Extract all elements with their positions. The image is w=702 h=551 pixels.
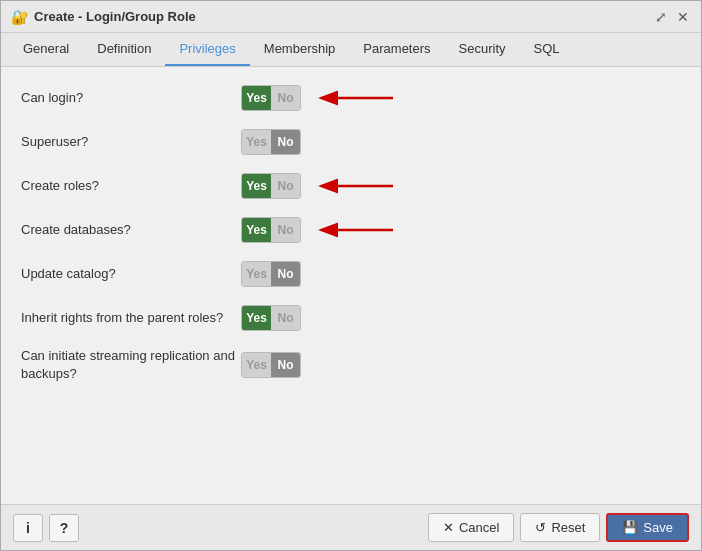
superuser-label: Superuser? (21, 133, 241, 151)
tab-definition[interactable]: Definition (83, 33, 165, 66)
streaming-replication-row: Can initiate streaming replication and b… (21, 347, 681, 383)
inherit-rights-row: Inherit rights from the parent roles? Ye… (21, 303, 681, 333)
superuser-toggle[interactable]: Yes No (241, 129, 301, 155)
cancel-button[interactable]: ✕ Cancel (428, 513, 514, 542)
superuser-yes[interactable]: Yes (242, 130, 271, 154)
can-login-toggle[interactable]: Yes No (241, 85, 301, 111)
reset-icon: ↺ (535, 520, 546, 535)
create-databases-control: Yes No (241, 217, 403, 243)
streaming-replication-toggle[interactable]: Yes No (241, 352, 301, 378)
update-catalog-control: Yes No (241, 261, 301, 287)
can-login-no[interactable]: No (271, 86, 300, 110)
cancel-label: Cancel (459, 520, 499, 535)
inherit-rights-toggle[interactable]: Yes No (241, 305, 301, 331)
reset-button[interactable]: ↺ Reset (520, 513, 600, 542)
tab-bar: General Definition Privileges Membership… (1, 33, 701, 67)
create-databases-yes[interactable]: Yes (242, 218, 271, 242)
tab-membership[interactable]: Membership (250, 33, 350, 66)
create-databases-label: Create databases? (21, 221, 241, 239)
inherit-rights-label: Inherit rights from the parent roles? (21, 309, 241, 327)
create-roles-no[interactable]: No (271, 174, 300, 198)
title-bar-controls: ⤢ ✕ (653, 9, 691, 25)
update-catalog-toggle[interactable]: Yes No (241, 261, 301, 287)
inherit-rights-control: Yes No (241, 305, 301, 331)
update-catalog-no[interactable]: No (271, 262, 300, 286)
streaming-replication-no[interactable]: No (271, 353, 300, 377)
inherit-rights-yes[interactable]: Yes (242, 306, 271, 330)
maximize-button[interactable]: ⤢ (653, 9, 669, 25)
create-databases-row: Create databases? Yes No (21, 215, 681, 245)
save-button[interactable]: 💾 Save (606, 513, 689, 542)
create-roles-toggle[interactable]: Yes No (241, 173, 301, 199)
help-button[interactable]: ? (49, 514, 79, 542)
footer-right: ✕ Cancel ↺ Reset 💾 Save (428, 513, 689, 542)
create-roles-arrow (313, 174, 403, 198)
cancel-icon: ✕ (443, 520, 454, 535)
superuser-row: Superuser? Yes No (21, 127, 681, 157)
save-icon: 💾 (622, 520, 638, 535)
streaming-replication-label: Can initiate streaming replication and b… (21, 347, 241, 383)
dialog-title: Create - Login/Group Role (34, 9, 647, 24)
dialog: 🔐 Create - Login/Group Role ⤢ ✕ General … (0, 0, 702, 551)
update-catalog-label: Update catalog? (21, 265, 241, 283)
tab-parameters[interactable]: Parameters (349, 33, 444, 66)
can-login-label: Can login? (21, 89, 241, 107)
can-login-row: Can login? Yes No (21, 83, 681, 113)
can-login-control: Yes No (241, 85, 403, 111)
footer: i ? ✕ Cancel ↺ Reset 💾 Save (1, 504, 701, 550)
tab-sql[interactable]: SQL (520, 33, 574, 66)
privileges-content: Can login? Yes No (1, 67, 701, 504)
create-databases-toggle[interactable]: Yes No (241, 217, 301, 243)
update-catalog-row: Update catalog? Yes No (21, 259, 681, 289)
info-button[interactable]: i (13, 514, 43, 542)
footer-left: i ? (13, 514, 79, 542)
superuser-no[interactable]: No (271, 130, 300, 154)
close-button[interactable]: ✕ (675, 9, 691, 25)
create-roles-control: Yes No (241, 173, 403, 199)
create-roles-label: Create roles? (21, 177, 241, 195)
can-login-arrow (313, 86, 403, 110)
tab-general[interactable]: General (9, 33, 83, 66)
title-bar: 🔐 Create - Login/Group Role ⤢ ✕ (1, 1, 701, 33)
create-roles-yes[interactable]: Yes (242, 174, 271, 198)
reset-label: Reset (551, 520, 585, 535)
create-databases-arrow (313, 218, 403, 242)
streaming-replication-yes[interactable]: Yes (242, 353, 271, 377)
tab-security[interactable]: Security (445, 33, 520, 66)
inherit-rights-no[interactable]: No (271, 306, 300, 330)
tab-privileges[interactable]: Privileges (165, 33, 249, 66)
save-label: Save (643, 520, 673, 535)
streaming-replication-control: Yes No (241, 352, 301, 378)
can-login-yes[interactable]: Yes (242, 86, 271, 110)
superuser-control: Yes No (241, 129, 301, 155)
create-databases-no[interactable]: No (271, 218, 300, 242)
create-roles-row: Create roles? Yes No (21, 171, 681, 201)
dialog-icon: 🔐 (11, 9, 28, 25)
update-catalog-yes[interactable]: Yes (242, 262, 271, 286)
